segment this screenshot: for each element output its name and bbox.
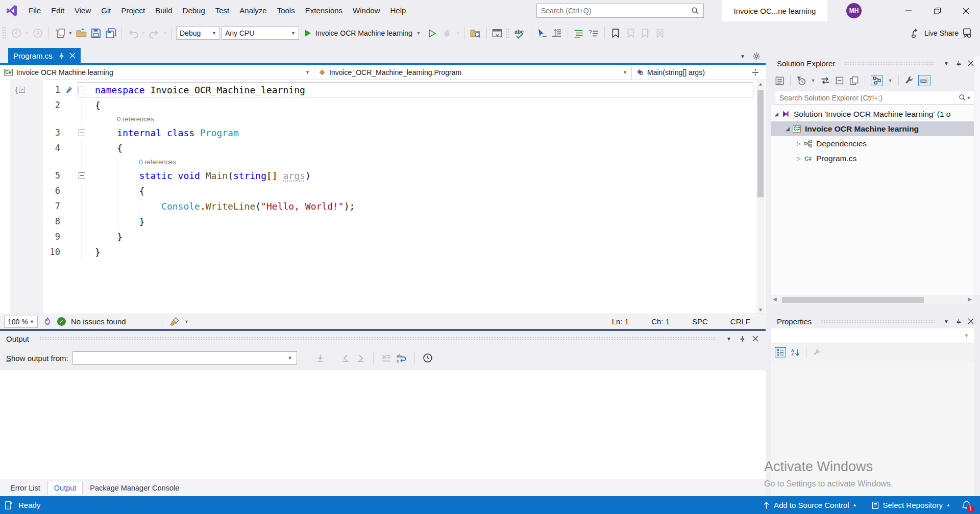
column-indicator[interactable]: Ch: 1 <box>651 317 670 326</box>
pin-icon[interactable] <box>955 318 962 325</box>
tree-item-dependencies[interactable]: ▷Dependencies <box>771 136 974 151</box>
code-text[interactable]: Console.WriteLine("Hello, World!"); <box>88 201 355 212</box>
redo-icon[interactable] <box>148 27 161 40</box>
properties-content[interactable] <box>771 362 974 496</box>
tab-program-cs[interactable]: Program.cs <box>8 48 81 63</box>
chevron-collapsed-icon[interactable]: ▷ <box>795 156 802 161</box>
sync-dropdown[interactable]: ▼ <box>888 78 893 83</box>
search-icon[interactable] <box>959 94 966 101</box>
configuration-dropdown[interactable]: Debug ▼ <box>176 27 220 40</box>
tab-list-dropdown-icon[interactable]: ▼ <box>740 54 745 59</box>
chevron-expanded-icon[interactable]: ◢ <box>773 111 780 117</box>
undo-icon[interactable] <box>126 27 139 40</box>
fold-marker-icon[interactable] <box>76 168 88 183</box>
format-document-icon[interactable] <box>550 27 564 40</box>
chevron-expanded-icon[interactable]: ◢ <box>784 126 791 132</box>
code-text[interactable]: internal class Program <box>88 127 239 138</box>
clear-bookmarks-icon[interactable] <box>653 27 667 40</box>
menu-item-file[interactable]: File <box>23 0 46 21</box>
start-debugging-button[interactable]: Invoice OCR Machine learning ▼ <box>301 27 424 40</box>
code-text[interactable]: } <box>88 216 145 227</box>
code-line[interactable]: 4 { <box>0 140 766 156</box>
close-tab-icon[interactable] <box>69 53 76 59</box>
select-pointer-icon[interactable] <box>535 27 549 40</box>
alphabetical-sort-icon[interactable]: AZ <box>791 349 800 356</box>
preview-window-icon[interactable] <box>491 27 504 40</box>
code-line[interactable]: 6 { <box>0 183 766 198</box>
collapse-all-icon[interactable] <box>835 76 845 86</box>
clear-all-icon[interactable] <box>381 353 391 363</box>
properties-wrench-icon[interactable] <box>904 76 914 85</box>
spaces-indicator[interactable]: SPC <box>692 317 708 326</box>
toggle-bookmark-icon[interactable] <box>609 27 622 40</box>
background-tasks-icon[interactable] <box>4 501 13 510</box>
panel-grip[interactable] <box>821 319 935 323</box>
menu-item-test[interactable]: Test <box>210 0 235 21</box>
save-all-icon[interactable] <box>104 27 117 40</box>
code-line[interactable]: 8 } <box>0 214 766 229</box>
close-window-button[interactable] <box>951 0 980 21</box>
run-target-dropdown[interactable]: ▼ <box>416 31 421 36</box>
pending-changes-filter-icon[interactable] <box>796 76 806 86</box>
hot-reload-icon[interactable] <box>440 27 454 40</box>
menu-item-window[interactable]: Window <box>348 0 385 21</box>
scrollbar-thumb[interactable] <box>782 297 924 303</box>
panel-grip[interactable] <box>844 61 935 65</box>
undo-dropdown[interactable]: ▼ <box>141 31 146 36</box>
solution-search-input[interactable] <box>779 94 959 102</box>
toolbar-grip[interactable] <box>2 27 6 40</box>
code-line[interactable]: 3 internal class Program <box>0 125 766 140</box>
code-text[interactable]: { <box>88 186 145 196</box>
previous-message-icon[interactable] <box>341 353 351 363</box>
quick-actions-icon[interactable] <box>61 86 76 94</box>
menu-item-build[interactable]: Build <box>150 0 177 21</box>
new-project-icon[interactable] <box>53 27 66 40</box>
spell-check-icon[interactable]: abc <box>513 27 527 40</box>
search-options-dropdown[interactable]: ▼ <box>966 95 971 100</box>
panel-grip[interactable] <box>39 337 716 341</box>
close-panel-icon[interactable] <box>968 318 974 324</box>
panel-menu-dropdown-icon[interactable]: ▼ <box>944 319 949 324</box>
code-line[interactable]: 7 Console.WriteLine("Hello, World!"); <box>0 198 766 214</box>
menu-item-analyze[interactable]: Analyze <box>234 0 272 21</box>
member-dropdown[interactable]: Main(string[] args) <box>632 65 745 80</box>
find-in-files-icon[interactable] <box>469 27 482 40</box>
line-indicator[interactable]: Ln: 1 <box>612 317 629 326</box>
send-feedback-icon[interactable] <box>962 28 973 39</box>
code-health-icon[interactable] <box>43 317 52 326</box>
next-bookmark-icon[interactable] <box>639 27 652 40</box>
new-project-dropdown[interactable]: ▼ <box>68 31 73 36</box>
code-text[interactable]: } <box>88 247 101 258</box>
redo-dropdown[interactable]: ▼ <box>162 31 167 36</box>
menu-item-extensions[interactable]: Extensions <box>300 0 348 21</box>
code-text[interactable]: { <box>88 100 101 111</box>
pin-icon[interactable] <box>955 60 962 67</box>
navigate-back-icon[interactable] <box>10 27 23 40</box>
navigate-back-dropdown[interactable]: ▼ <box>24 31 30 36</box>
show-line-numbers-icon[interactable] <box>572 27 585 40</box>
bottom-tab-error-list[interactable]: Error List <box>4 481 46 495</box>
tree-item-solution-invoice-ocr-machine-learning-1-[interactable]: ◢Solution 'Invoice OCR Machine learning'… <box>771 107 974 121</box>
bottom-tab-output[interactable]: Output <box>47 481 83 495</box>
codelens-row[interactable]: 0 references <box>0 113 766 125</box>
solution-views-icon[interactable] <box>775 76 785 86</box>
sync-icon[interactable] <box>820 75 830 86</box>
scroll-left-icon[interactable]: ◀ <box>773 296 777 302</box>
toolbar-grip[interactable] <box>506 28 510 38</box>
split-window-icon[interactable] <box>745 65 766 80</box>
scroll-right-icon[interactable]: ▶ <box>968 296 972 302</box>
codelens-references[interactable]: 0 references <box>88 115 154 123</box>
scroll-down-icon[interactable]: ▼ <box>756 307 765 313</box>
word-wrap-icon[interactable]: abc <box>396 353 407 364</box>
code-cleanup-broom-icon[interactable] <box>170 317 179 326</box>
add-to-source-control-button[interactable]: Add to Source Control ▲ <box>757 501 862 509</box>
close-panel-icon[interactable] <box>968 60 974 66</box>
code-line[interactable]: 2{ <box>0 97 766 113</box>
filter-dropdown[interactable]: ▼ <box>811 78 816 83</box>
notifications-button[interactable]: 1 <box>960 499 973 512</box>
minimize-button[interactable] <box>894 0 923 21</box>
search-input[interactable] <box>541 7 691 15</box>
select-repository-button[interactable]: Select Repository ▲ <box>866 501 955 509</box>
line-ending-indicator[interactable]: CRLF <box>730 317 750 326</box>
code-line[interactable]: 10} <box>0 244 766 260</box>
